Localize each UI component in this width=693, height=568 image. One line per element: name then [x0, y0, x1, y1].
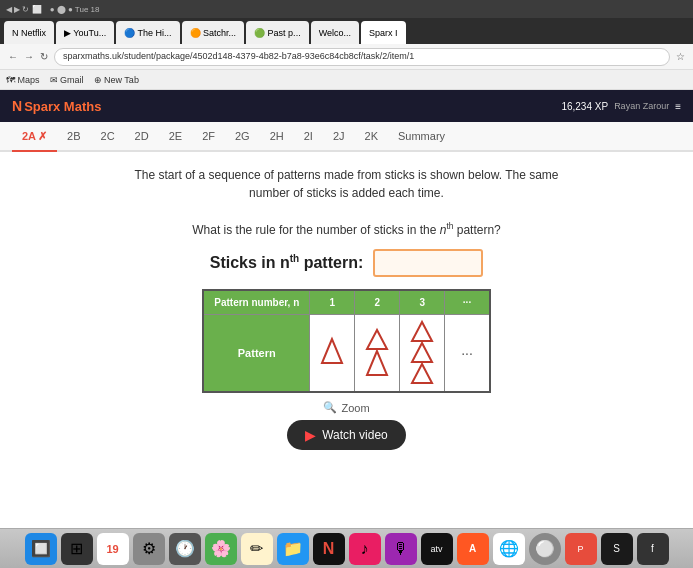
pattern-3-svg [406, 319, 438, 387]
nav-tabs: 2A ✗ 2B 2C 2D 2E 2F 2G 2H 2I 2J 2K Summa… [0, 122, 693, 152]
tab-2g-label: 2G [235, 130, 250, 142]
answer-label: Sticks in nth pattern: [210, 253, 363, 272]
browser-top-bar: ◀ ▶ ↻ ⬜ ● ⬤ ● Tue 18 [0, 0, 693, 18]
question-line2: number of sticks is added each time. [249, 186, 444, 200]
dock-area: 🔲 ⊞ 19 ⚙ 🕐 🌸 ✏ 📁 N ♪ 🎙 atv A 🌐 ⚪ P S f [0, 528, 693, 568]
refresh-button[interactable]: ↻ [40, 51, 48, 62]
bookmark-newtab[interactable]: ⊕ New Tab [94, 75, 139, 85]
col-dots-header: ··· [445, 290, 490, 315]
svg-marker-0 [322, 339, 342, 363]
th-sup: th [446, 221, 453, 231]
browser-menu: ◀ ▶ ↻ ⬜ [6, 5, 42, 14]
tab-label: Sparx I [369, 28, 398, 38]
pattern-table: Pattern number, n 1 2 3 ··· Pattern [202, 289, 491, 393]
tab-summary[interactable]: Summary [388, 122, 455, 152]
dock-icon-settings[interactable]: ⚙ [133, 533, 165, 565]
answer-th-sup: th [290, 253, 299, 264]
tab-sparx[interactable]: Sparx I [361, 21, 406, 44]
pattern-2-cell [355, 315, 400, 393]
address-input[interactable]: sparxmaths.uk/student/package/4502d148-4… [54, 48, 670, 66]
tab-2c[interactable]: 2C [91, 122, 125, 152]
dock-icon-podcast[interactable]: 🎙 [385, 533, 417, 565]
answer-row: Sticks in nth pattern: [20, 249, 673, 277]
back-button[interactable]: ← [8, 51, 18, 62]
svg-marker-4 [412, 343, 432, 362]
dock-icon-s[interactable]: S [601, 533, 633, 565]
bookmark-button[interactable]: ☆ [676, 51, 685, 62]
pattern-table-wrapper: Pattern number, n 1 2 3 ··· Pattern [20, 289, 673, 393]
col-header: Pattern number, n [203, 290, 310, 315]
actions-row: 🔍 Zoom ▶ Watch video [20, 401, 673, 450]
tab-netflix[interactable]: N Netflix [4, 21, 54, 44]
tab-2b[interactable]: 2B [57, 122, 90, 152]
zoom-label: Zoom [341, 402, 369, 414]
dock-icon-appletv[interactable]: atv [421, 533, 453, 565]
svg-marker-2 [367, 351, 387, 375]
tab-label: 🟠 Satchr... [190, 28, 237, 38]
tab-2f[interactable]: 2F [192, 122, 225, 152]
tab-pastp[interactable]: 🟢 Past p... [246, 21, 309, 44]
sparx-xp: 16,234 XP Rayan Zarour ≡ [561, 101, 681, 112]
tab-bar: N Netflix ▶ YouTu... 🔵 The Hi... 🟠 Satch… [0, 18, 693, 44]
bookmarks-bar: 🗺 Maps ✉ Gmail ⊕ New Tab [0, 70, 693, 90]
zoom-button[interactable]: 🔍 Zoom [323, 401, 369, 414]
bookmark-maps[interactable]: 🗺 Maps [6, 75, 40, 85]
dock-icon-music[interactable]: ♪ [349, 533, 381, 565]
tab-2i[interactable]: 2I [294, 122, 323, 152]
dock-icon-other[interactable]: f [637, 533, 669, 565]
tab-welco[interactable]: Welco... [311, 21, 359, 44]
tab-2f-label: 2F [202, 130, 215, 142]
pattern-1-svg [318, 335, 346, 371]
tab-2e[interactable]: 2E [159, 122, 192, 152]
svg-marker-3 [412, 322, 432, 341]
dock-icon-a[interactable]: A [457, 533, 489, 565]
svg-marker-1 [367, 330, 387, 349]
dock-icon-chrome[interactable]: 🌐 [493, 533, 525, 565]
pattern-dots-cell: ··· [445, 315, 490, 393]
dock-icon-launchpad[interactable]: ⊞ [61, 533, 93, 565]
xp-value: 16,234 XP [561, 101, 608, 112]
tab-2j[interactable]: 2J [323, 122, 355, 152]
menu-icon: ≡ [675, 101, 681, 112]
question-line3: What is the rule for the number of stick… [192, 223, 501, 237]
dock-icon-photos[interactable]: 🌸 [205, 533, 237, 565]
tab-summary-label: Summary [398, 130, 445, 142]
tab-satchr[interactable]: 🟠 Satchr... [182, 21, 245, 44]
tab-2d-label: 2D [135, 130, 149, 142]
tab-2i-label: 2I [304, 130, 313, 142]
dock-icon-circle[interactable]: ⚪ [529, 533, 561, 565]
dock-icon-notes[interactable]: ✏ [241, 533, 273, 565]
tab-label: N Netflix [12, 28, 46, 38]
dock-icon-calendar[interactable]: 19 [97, 533, 129, 565]
answer-input[interactable] [373, 249, 483, 277]
main-content: N Sparx Maths 16,234 XP Rayan Zarour ≡ 2… [0, 90, 693, 528]
dock-icon-finder[interactable]: 🔲 [25, 533, 57, 565]
tab-2a[interactable]: 2A ✗ [12, 122, 57, 152]
tab-2d[interactable]: 2D [125, 122, 159, 152]
tab-2k-label: 2K [365, 130, 378, 142]
sparx-user: Rayan Zarour [614, 101, 669, 111]
row-header: Pattern [203, 315, 310, 393]
pattern-1-cell [310, 315, 355, 393]
bookmark-gmail[interactable]: ✉ Gmail [50, 75, 84, 85]
sparx-logo-text: Sparx Maths [24, 99, 101, 114]
dock-icon-powerpoint[interactable]: P [565, 533, 597, 565]
pattern-3-cell [400, 315, 445, 393]
question-line1: The start of a sequence of patterns made… [135, 168, 559, 182]
forward-button[interactable]: → [24, 51, 34, 62]
tab-label: 🔵 The Hi... [124, 28, 171, 38]
watch-video-button[interactable]: ▶ Watch video [287, 420, 406, 450]
dock-icon-clock[interactable]: 🕐 [169, 533, 201, 565]
sparx-logo-icon: N [12, 98, 22, 114]
dock-icon-n[interactable]: N [313, 533, 345, 565]
sparx-logo: N Sparx Maths [12, 98, 101, 114]
tab-2h[interactable]: 2H [260, 122, 294, 152]
tab-2e-label: 2E [169, 130, 182, 142]
tab-2g[interactable]: 2G [225, 122, 260, 152]
question-text: The start of a sequence of patterns made… [20, 166, 673, 239]
tab-2k[interactable]: 2K [355, 122, 388, 152]
tab-youtube[interactable]: ▶ YouTu... [56, 21, 114, 44]
dock-icon-files[interactable]: 📁 [277, 533, 309, 565]
browser-title: ● ⬤ ● Tue 18 [50, 5, 100, 14]
tab-thehi[interactable]: 🔵 The Hi... [116, 21, 179, 44]
